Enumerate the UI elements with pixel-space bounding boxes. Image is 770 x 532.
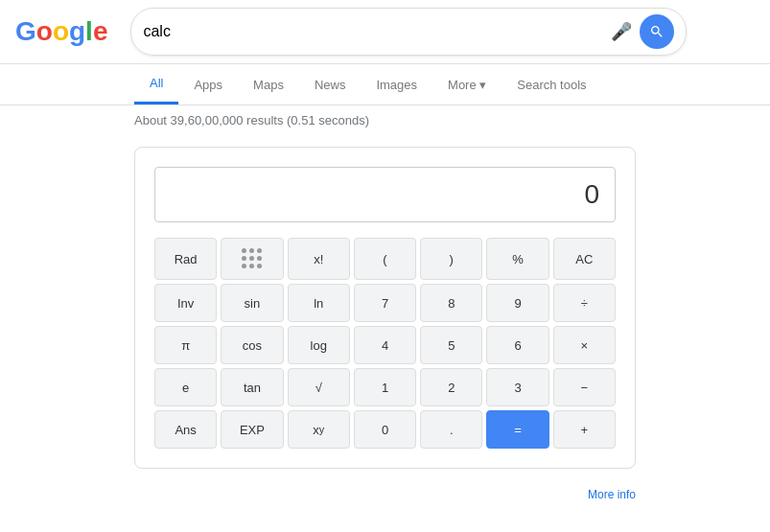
btn-multiply[interactable]: ×: [553, 326, 616, 364]
tab-search-tools[interactable]: Search tools: [502, 66, 601, 104]
tab-more[interactable]: More ▾: [432, 66, 502, 104]
btn-keypad[interactable]: [221, 238, 283, 280]
btn-open-paren[interactable]: (: [354, 238, 416, 280]
btn-0[interactable]: 0: [354, 410, 416, 449]
btn-5[interactable]: 5: [420, 326, 482, 364]
more-info-link[interactable]: More info: [0, 480, 770, 509]
btn-sqrt[interactable]: √: [288, 368, 350, 406]
btn-2[interactable]: 2: [420, 368, 482, 406]
btn-exp[interactable]: EXP: [221, 410, 283, 449]
search-bar: 🎤: [130, 8, 687, 56]
btn-factorial[interactable]: x!: [288, 238, 350, 280]
calculator-keypad: Rad x! ( ) % AC Inv sin ln 7 8 9 ÷ π cos…: [154, 238, 616, 449]
btn-rad[interactable]: Rad: [154, 238, 217, 280]
btn-9[interactable]: 9: [486, 284, 548, 322]
btn-3[interactable]: 3: [486, 368, 548, 406]
btn-7[interactable]: 7: [354, 284, 416, 322]
results-info: About 39,60,00,000 results (0.51 seconds…: [0, 105, 770, 135]
btn-sin[interactable]: sin: [221, 284, 283, 322]
btn-ans[interactable]: Ans: [154, 410, 217, 449]
tab-apps[interactable]: Apps: [178, 66, 238, 104]
btn-log[interactable]: log: [288, 326, 350, 364]
btn-1[interactable]: 1: [354, 368, 416, 406]
btn-power[interactable]: xy: [288, 410, 350, 449]
tab-news[interactable]: News: [299, 66, 362, 104]
nav-tabs: All Apps Maps News Images More ▾ Search …: [0, 64, 770, 105]
btn-percent[interactable]: %: [486, 238, 548, 280]
btn-pi[interactable]: π: [154, 326, 217, 364]
btn-4[interactable]: 4: [354, 326, 416, 364]
btn-tan[interactable]: tan: [221, 368, 283, 406]
btn-ac[interactable]: AC: [553, 238, 616, 280]
btn-inv[interactable]: Inv: [154, 284, 217, 322]
search-button[interactable]: [640, 14, 674, 49]
tab-images[interactable]: Images: [361, 66, 432, 104]
search-input[interactable]: [143, 23, 603, 40]
btn-8[interactable]: 8: [420, 284, 482, 322]
mic-icon[interactable]: 🎤: [611, 21, 632, 42]
btn-close-paren[interactable]: ): [420, 238, 482, 280]
btn-add[interactable]: +: [553, 410, 616, 449]
google-logo: Google: [15, 16, 107, 47]
btn-e[interactable]: e: [154, 368, 217, 406]
btn-equals[interactable]: =: [486, 410, 548, 449]
calculator: 0 Rad x! ( ) % AC Inv sin ln 7 8 9 ÷ π c…: [134, 147, 636, 469]
calculator-display: 0: [154, 167, 616, 222]
btn-ln[interactable]: ln: [288, 284, 350, 322]
btn-divide[interactable]: ÷: [553, 284, 616, 322]
header: Google 🎤: [0, 0, 770, 64]
btn-decimal[interactable]: .: [420, 410, 482, 449]
btn-subtract[interactable]: −: [553, 368, 616, 406]
btn-cos[interactable]: cos: [221, 326, 283, 364]
tab-maps[interactable]: Maps: [238, 66, 299, 104]
btn-6[interactable]: 6: [486, 326, 548, 364]
tab-all[interactable]: All: [134, 64, 178, 104]
